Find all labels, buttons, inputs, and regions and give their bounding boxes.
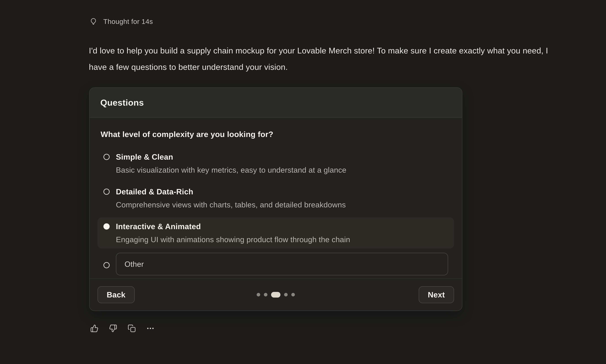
option-description: Basic visualization with key metrics, ea… <box>116 165 346 175</box>
pagination-dot <box>284 293 288 297</box>
pagination-dots <box>257 292 295 298</box>
radio-unselected-icon[interactable] <box>103 262 110 268</box>
thought-label: Thought for 14s <box>103 17 153 26</box>
questions-card-header: Questions <box>90 88 462 118</box>
more-options-icon[interactable] <box>146 324 155 333</box>
questions-card-body: What level of complexity are you looking… <box>90 118 462 278</box>
other-option-input[interactable] <box>116 253 448 275</box>
option-interactive-animated[interactable]: Interactive & Animated Engaging UI with … <box>97 217 454 248</box>
copy-icon[interactable] <box>127 324 136 333</box>
option-title: Interactive & Animated <box>116 221 350 232</box>
thought-summary[interactable]: Thought for 14s <box>89 17 153 26</box>
option-description: Comprehensive views with charts, tables,… <box>116 199 346 210</box>
radio-selected-icon[interactable] <box>103 223 110 230</box>
pagination-dot <box>264 293 268 297</box>
assistant-message: I'd love to help you build a supply chai… <box>89 42 550 75</box>
option-description: Engaging UI with animations showing prod… <box>116 234 350 245</box>
radio-unselected-icon[interactable] <box>103 189 110 195</box>
lightbulb-icon <box>89 17 98 26</box>
radio-unselected-icon[interactable] <box>103 154 110 160</box>
questions-card-footer: Back Next <box>90 278 462 311</box>
option-detailed-data-rich[interactable]: Detailed & Data-Rich Comprehensive views… <box>97 183 454 214</box>
option-title: Simple & Clean <box>116 152 346 162</box>
thumbs-down-icon[interactable] <box>108 324 118 333</box>
option-title: Detailed & Data-Rich <box>116 186 346 197</box>
message-actions <box>90 324 155 333</box>
card-title: Questions <box>100 98 144 108</box>
pagination-dot <box>291 293 295 297</box>
option-other[interactable] <box>97 253 454 275</box>
thumbs-up-icon[interactable] <box>90 324 99 333</box>
next-button[interactable]: Next <box>419 286 454 303</box>
questions-card: Questions What level of complexity are y… <box>89 87 462 311</box>
pagination-dot-active <box>271 292 281 298</box>
option-simple-clean[interactable]: Simple & Clean Basic visualization with … <box>97 148 454 179</box>
question-text: What level of complexity are you looking… <box>101 130 451 139</box>
back-button[interactable]: Back <box>97 286 135 303</box>
pagination-dot <box>257 293 260 297</box>
